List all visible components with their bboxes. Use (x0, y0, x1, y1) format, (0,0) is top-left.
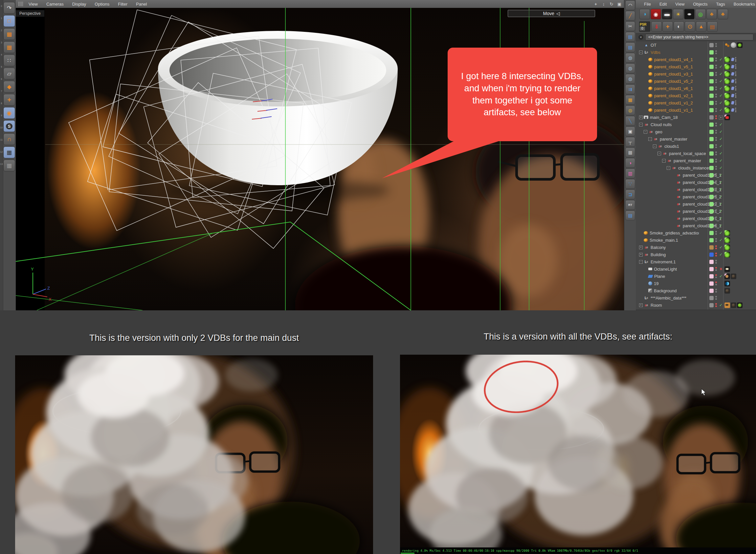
visibility-dots[interactable] (715, 144, 717, 149)
tree-row[interactable]: OT (636, 41, 756, 49)
polygons-mode-icon[interactable] (3, 81, 15, 93)
expander-icon[interactable] (639, 303, 643, 307)
viewport-menu-item[interactable]: Panel (132, 2, 151, 7)
visibility-dots[interactable] (715, 151, 717, 156)
scatter-green-icon[interactable] (695, 9, 706, 19)
octane-blue-tag-icon[interactable] (724, 281, 730, 286)
object-name[interactable]: parent_cloud1_v6_1 (654, 86, 693, 91)
visibility-dots[interactable] (715, 274, 717, 279)
expander-icon[interactable] (639, 231, 643, 235)
search-input[interactable]: <<Enter your search string here>> (645, 34, 753, 40)
layer-color-chip[interactable] (709, 173, 714, 177)
tree-row[interactable]: parent_cloud1_v1_2 (636, 99, 756, 106)
tex-dark-tag-icon[interactable] (731, 274, 736, 279)
tree-row[interactable]: parent_cloud1_v4_1 (636, 179, 756, 186)
layer-color-chip[interactable] (709, 137, 714, 141)
viewport-menu-item[interactable]: View (24, 2, 42, 7)
tree-row[interactable]: Plane (636, 273, 756, 280)
octane-sphere-tag-icon[interactable] (724, 107, 730, 113)
expander-icon[interactable] (662, 159, 666, 163)
edges-mode-icon[interactable] (3, 68, 15, 79)
brick-row-icon[interactable] (625, 211, 635, 220)
visibility-dots[interactable] (715, 136, 717, 142)
workplane-mode-icon[interactable] (3, 41, 15, 53)
visibility-dots[interactable] (715, 129, 717, 134)
viewport-canvas[interactable]: Y Z X Perspective Move ◁ I got here 8 in… (16, 8, 624, 310)
cube-split-icon[interactable] (625, 148, 635, 157)
object-name[interactable]: Enviroment.1 (651, 260, 676, 264)
hierarchy-tool-icon[interactable] (625, 137, 635, 147)
layer-color-chip[interactable] (709, 65, 714, 69)
visibility-dots[interactable] (715, 93, 717, 98)
expander-icon[interactable] (639, 123, 643, 126)
light-tag-icon[interactable] (724, 266, 730, 272)
object-name[interactable]: parent_master (660, 136, 687, 142)
orange-balls-tag-icon[interactable] (724, 42, 730, 48)
octane-sphere-tag-icon[interactable] (724, 100, 730, 106)
visibility-dots[interactable] (715, 288, 717, 293)
object-manager-menu-item[interactable]: Tags (712, 2, 729, 7)
tree-row[interactable]: Background (636, 287, 756, 294)
expander-icon[interactable] (644, 72, 647, 76)
layer-color-chip[interactable] (709, 267, 714, 271)
object-name[interactable]: Plane (654, 274, 665, 279)
expander-icon[interactable] (644, 87, 647, 90)
sculpt-sphere-icon[interactable] (625, 0, 635, 10)
octane-sphere-tag-icon[interactable] (724, 252, 730, 258)
lock-workplane-icon[interactable] (3, 147, 15, 158)
visibility-dots[interactable] (715, 295, 717, 300)
visibility-dots[interactable] (715, 230, 717, 235)
tree-row[interactable]: Building (636, 251, 756, 258)
pan-icon[interactable] (593, 2, 598, 7)
expander-icon[interactable] (639, 238, 643, 242)
tree-row[interactable]: parent_cloud1_v1_1 (636, 106, 756, 114)
psr-tag-icon[interactable] (731, 71, 736, 77)
layer-color-chip[interactable] (709, 130, 714, 134)
layer-color-chip[interactable] (709, 202, 714, 206)
green-ball-tag-icon[interactable] (737, 302, 743, 308)
object-name[interactable]: Vdbs (651, 50, 660, 55)
object-name[interactable]: parent_cloud1_v4_1 (654, 57, 693, 62)
visibility-dots[interactable] (715, 216, 717, 221)
tree-row[interactable]: 19 (636, 280, 756, 287)
expander-icon[interactable] (671, 210, 675, 213)
object-name[interactable]: parent_cloud1_v3_1 (654, 71, 693, 76)
expander-icon[interactable] (644, 58, 647, 61)
tree-row[interactable]: parent_cloud1_v6_1 (636, 85, 756, 92)
tree-row[interactable]: Vdbs (636, 49, 756, 56)
rotate-icon[interactable] (609, 2, 614, 7)
render-camera-icon[interactable] (651, 9, 661, 19)
transfer-points-icon[interactable] (625, 85, 635, 94)
layer-color-chip[interactable] (709, 122, 714, 127)
eye-tag-icon[interactable] (724, 302, 730, 308)
expander-icon[interactable] (639, 260, 643, 264)
visibility-dots[interactable] (715, 172, 717, 178)
expander-icon[interactable] (644, 289, 647, 293)
object-name[interactable]: parent_cloud1_v1_1 (654, 108, 693, 113)
ies-light-icon[interactable] (684, 9, 695, 19)
magnet-tool-icon[interactable] (3, 133, 15, 145)
drop-to-floor-icon[interactable] (651, 21, 662, 32)
octane-sphere-tag-icon[interactable] (724, 230, 730, 236)
psr-tag-icon[interactable] (731, 86, 736, 91)
tree-row[interactable]: parent_cloud1_v6_1 (636, 222, 756, 229)
octane-sphere-tag-icon[interactable] (724, 57, 730, 62)
octane-sphere-tag-icon[interactable] (724, 78, 730, 84)
tree-1-icon[interactable] (706, 9, 717, 19)
zoom-icon[interactable] (601, 2, 606, 7)
layer-color-chip[interactable] (709, 144, 714, 149)
tree-row[interactable]: ***Alembic_data*** (636, 294, 756, 301)
layer-color-chip[interactable] (709, 216, 714, 221)
tex-dark-tag-icon[interactable] (731, 302, 736, 308)
octane-preview-icon[interactable] (639, 9, 650, 19)
visibility-dots[interactable] (715, 86, 717, 91)
tree-row[interactable]: geo (636, 128, 756, 135)
arealight-icon[interactable] (662, 9, 672, 19)
expander-icon[interactable] (644, 108, 647, 112)
layer-color-chip[interactable] (709, 253, 714, 257)
expander-icon[interactable] (644, 94, 647, 98)
model-mode-icon[interactable] (3, 15, 15, 27)
layer-color-chip[interactable] (709, 231, 714, 235)
visibility-dots[interactable] (715, 201, 717, 207)
visibility-dots[interactable] (715, 57, 717, 62)
